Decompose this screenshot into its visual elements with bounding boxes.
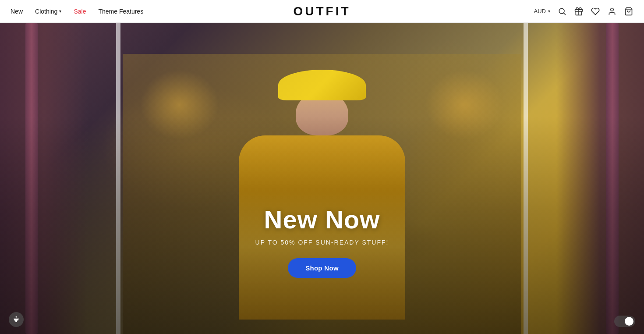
hero-title: New Now <box>9 206 635 234</box>
svg-point-4 <box>611 8 614 11</box>
toggle-knob <box>625 317 633 326</box>
shop-now-button[interactable]: Shop Now <box>288 258 356 278</box>
nav-item-theme-features[interactable]: Theme Features <box>98 8 143 15</box>
navbar: New Clothing ▾ Sale Theme Features OUTFI… <box>0 0 644 23</box>
chevron-down-icon: ▾ <box>59 9 61 14</box>
theme-toggle-widget[interactable] <box>614 316 635 327</box>
nav-item-new[interactable]: New <box>11 8 23 15</box>
svg-point-6 <box>16 316 17 318</box>
currency-label: AUD <box>534 8 546 14</box>
hero-background: New Now UP TO 50% OFF SUN-READY STUFF! S… <box>0 23 644 334</box>
gift-button[interactable] <box>574 7 584 16</box>
theme-toggle[interactable] <box>614 316 635 327</box>
nav-center: OUTFIT <box>293 4 350 18</box>
hero-overlay <box>0 23 644 334</box>
search-button[interactable] <box>557 7 567 16</box>
nav-item-sale[interactable]: Sale <box>74 8 86 15</box>
accessibility-widget[interactable] <box>9 312 24 327</box>
currency-selector[interactable]: AUD ▾ <box>534 8 550 14</box>
nav-left: New Clothing ▾ Sale Theme Features <box>11 8 143 15</box>
accessibility-icon[interactable] <box>9 312 24 327</box>
nav-clothing-label: Clothing <box>35 8 57 15</box>
cart-button[interactable] <box>624 7 633 16</box>
svg-line-1 <box>564 13 566 14</box>
svg-point-0 <box>559 8 564 14</box>
brand-logo[interactable]: OUTFIT <box>293 4 350 18</box>
hero-section: New Now UP TO 50% OFF SUN-READY STUFF! S… <box>0 23 644 334</box>
nav-item-clothing[interactable]: Clothing ▾ <box>35 8 61 15</box>
wishlist-button[interactable] <box>591 7 600 16</box>
hero-subtitle: UP TO 50% OFF SUN-READY STUFF! <box>9 239 635 246</box>
hero-content: New Now UP TO 50% OFF SUN-READY STUFF! S… <box>0 206 644 278</box>
currency-chevron-icon: ▾ <box>548 9 550 14</box>
nav-right: AUD ▾ <box>534 7 633 16</box>
account-button[interactable] <box>607 7 617 16</box>
